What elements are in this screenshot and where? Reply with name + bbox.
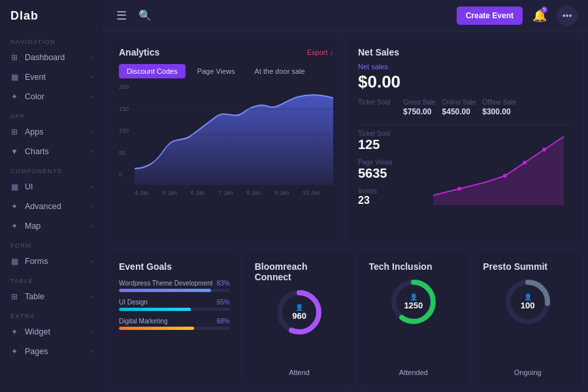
presto-user-icon: 👤 (524, 293, 532, 301)
ticket-sold-stat-value: 125 (358, 137, 417, 152)
table-icon: ⊞ (9, 291, 20, 302)
bloomreach-value: 960 (292, 311, 306, 321)
chevron-dashboard: › (91, 54, 93, 61)
sidebar-item-table[interactable]: ⊞ Table › (0, 287, 103, 306)
net-sales-point-4 (542, 148, 546, 152)
chevron-widget: › (91, 329, 93, 335)
goal-item-3-header: Digital Marketing 68% (119, 318, 230, 325)
hamburger-icon[interactable]: ☰ (114, 6, 129, 25)
chevron-table: › (91, 293, 93, 300)
sidebar-item-ui[interactable]: ▦ UI › (0, 177, 103, 197)
event-goals-title: Event Goals (119, 261, 230, 272)
y-axis-labels: 200 150 100 50 0 (119, 84, 131, 188)
bloomreach-donut: 👤 960 (273, 286, 325, 338)
analytics-svg (119, 84, 333, 188)
map-icon: ✦ (9, 221, 20, 231)
goal-item-1-header: Wordpress Theme Development 83% (119, 280, 230, 287)
goal-3-pct: 68% (217, 318, 230, 325)
tech-inclusion-label: Attended (399, 368, 428, 376)
more-options-button[interactable]: ••• (557, 5, 578, 26)
sidebar-label-map: Map (25, 221, 41, 231)
goal-item-2: UI Design 65% (119, 299, 230, 311)
event-goals-card: Event Goals Wordpress Theme Development … (110, 252, 239, 386)
forms-icon: ▦ (9, 256, 20, 267)
sidebar-item-widget[interactable]: ✦ Widget › (0, 322, 103, 342)
goal-1-fill (119, 289, 211, 292)
sidebar-item-apps[interactable]: ⊞ Apps › (0, 122, 103, 142)
sidebar-label-dashboard: Dashboard (25, 53, 65, 62)
goal-item-2-header: UI Design 65% (119, 299, 230, 306)
sidebar-item-pages[interactable]: ✦ Pages › (0, 342, 103, 361)
create-event-button[interactable]: Create Event (457, 7, 523, 25)
tech-user-icon: 👤 (410, 293, 417, 301)
net-sales-body: Ticket Sold 125 Page Views 5635 Invites … (358, 130, 572, 208)
sidebar-item-advanced[interactable]: ✦ Advanced › (0, 197, 103, 216)
net-sales-area (433, 137, 564, 205)
ticket-sold-stat-label: Ticket Sold (358, 130, 417, 137)
search-icon[interactable]: 🔍 (136, 7, 154, 24)
sidebar-label-forms: Forms (25, 257, 48, 266)
sidebar-item-dashboard[interactable]: ⊞ Dashboard › (0, 48, 103, 67)
goal-item-1: Wordpress Theme Development 83% (119, 280, 230, 292)
export-label: Export (307, 48, 328, 56)
analytics-header: Analytics Export ↓ (119, 47, 333, 57)
charts-icon: ▼ (9, 146, 20, 157)
goal-1-pct: 83% (217, 280, 230, 287)
tab-discount-codes[interactable]: Discount Codes (119, 64, 186, 78)
sidebar-label-pages: Pages (25, 347, 48, 356)
goal-2-bar (119, 308, 230, 311)
tech-inclusion-card: Tech Inclusion 👤 1250 Attended (359, 252, 467, 386)
tech-inclusion-title: Tech Inclusion (368, 261, 432, 272)
sidebar-item-map[interactable]: ✦ Map › (0, 216, 103, 236)
notification-button[interactable]: 🔔 5 (529, 5, 550, 26)
offline-sale-label: Offline Sale (482, 99, 516, 106)
bloomreach-card: Bloomreach Connect 👤 960 Attend (246, 252, 353, 386)
bloomreach-label: Attend (289, 368, 310, 376)
invites-stat-value: 23 (358, 195, 417, 206)
chart-area (135, 95, 333, 185)
invites-block: Invites 23 (358, 188, 417, 206)
tech-inclusion-center: 👤 1250 (404, 293, 423, 310)
form-section-label: FORM (0, 236, 103, 252)
invites-stat-label: Invites (358, 188, 417, 195)
sidebar-label-event: Event (25, 73, 46, 82)
analytics-chart: 200 150 100 50 0 (119, 84, 333, 188)
sidebar-label-color: Color (25, 92, 44, 101)
x-axis-labels: 4 Jan 5 Jan 6 Jan 7 Jan 8 Jan 9 Jan 10 J… (119, 188, 333, 196)
presto-summit-title: Presto Summit (483, 261, 547, 272)
net-sales-point-1 (457, 187, 461, 191)
tech-inclusion-donut: 👤 1250 (387, 276, 440, 328)
chevron-charts: › (91, 148, 93, 155)
sidebar-item-event[interactable]: ▦ Event › (0, 67, 103, 87)
presto-summit-center: 👤 100 (521, 293, 535, 310)
ticket-sold-block: Ticket Sold 125 (358, 130, 417, 152)
page-views-stat-value: 5635 (358, 166, 417, 181)
goal-3-fill (119, 327, 194, 330)
sidebar-item-color[interactable]: ✦ Color › (0, 87, 103, 106)
sidebar-item-charts[interactable]: ▼ Charts › (0, 142, 103, 161)
pages-icon: ✦ (9, 346, 20, 357)
chevron-color: › (91, 93, 93, 100)
presto-summit-label: Ongoing (514, 368, 542, 376)
extra-section-label: EXTRA (0, 306, 103, 322)
goal-2-fill (119, 308, 191, 311)
table-section-label: TABLE (0, 271, 103, 287)
tab-page-views[interactable]: Page Views (189, 64, 243, 78)
widget-icon: ✦ (9, 327, 20, 337)
notification-badge: 5 (541, 7, 547, 13)
presto-summit-card: Presto Summit 👤 100 Ongoing (474, 252, 581, 386)
net-sales-chart (425, 130, 572, 208)
tab-door-sale[interactable]: At the door sale (247, 64, 313, 78)
export-button[interactable]: Export ↓ (307, 48, 333, 56)
net-sales-value: $0.00 (358, 72, 572, 92)
app-section-label: APP (0, 106, 103, 122)
page-views-block: Page Views 5635 (358, 159, 417, 181)
goal-2-pct: 65% (217, 299, 230, 306)
sidebar-label-advanced: Advanced (25, 202, 61, 211)
components-section-label: COMPONENTS (0, 161, 103, 177)
sidebar-item-forms[interactable]: ▦ Forms › (0, 252, 103, 271)
main-area: ☰ 🔍 Create Event 🔔 5 ••• Analytics Expor… (103, 0, 588, 392)
nav-section-label: NAVIGATION (0, 32, 103, 48)
topbar: ☰ 🔍 Create Event 🔔 5 ••• (103, 0, 588, 31)
ticket-sold-label: Ticket Sold (358, 99, 390, 106)
